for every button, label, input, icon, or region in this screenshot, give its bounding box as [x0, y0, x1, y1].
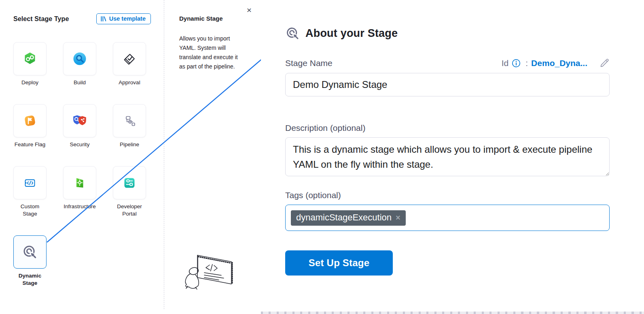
stage-tile-cell: Security [63, 104, 96, 148]
stage-type-grid: DeployBuildApprovalFeature FlagSecurityP… [13, 42, 146, 287]
tags-input[interactable]: dynamicStageExecution× [285, 205, 610, 231]
info-icon[interactable] [512, 59, 521, 68]
stage-tile-dynamic-stage[interactable] [13, 235, 47, 269]
stage-tile-label: Custom Stage [13, 203, 47, 218]
id-label: Id [502, 58, 509, 68]
dynamic-stage-icon [285, 26, 300, 41]
deploy-icon [22, 51, 38, 67]
stage-tile-infrastructure[interactable] [63, 166, 96, 199]
stage-tile-cell: Infrastructure [63, 166, 96, 218]
dynamic-stage-icon [22, 244, 38, 260]
stage-tile-deploy[interactable] [13, 42, 47, 75]
build-icon [72, 51, 88, 67]
stage-tile-cell: Feature Flag [13, 104, 47, 148]
approval-icon [121, 51, 138, 67]
stage-tile-label: Dynamic Stage [13, 272, 47, 287]
select-stage-type-title: Select Stage Type [13, 15, 69, 23]
stage-name-label: Stage Name [285, 58, 333, 68]
stage-tile-label: Deploy [13, 79, 47, 86]
panel-divider [164, 0, 164, 309]
developer-portal-icon [121, 175, 138, 191]
infrastructure-icon [72, 175, 88, 191]
feature-flag-icon [22, 113, 38, 129]
stage-tile-pipeline[interactable] [113, 104, 146, 137]
pipeline-icon [121, 113, 138, 129]
stage-tile-label: Build [63, 79, 96, 86]
template-library-icon [101, 16, 106, 22]
security-icon [72, 113, 88, 129]
use-template-label: Use template [109, 15, 146, 22]
stage-tile-label: Approval [113, 79, 146, 86]
stage-tile-cell: Approval [113, 42, 146, 86]
stage-tile-label: Feature Flag [13, 141, 47, 148]
tags-label: Tags (optional) [285, 190, 593, 200]
info-panel-description: Allows you to import YAML. System will t… [179, 34, 242, 71]
presenter-whiteboard-illustration [183, 251, 238, 299]
stage-tile-cell: Custom Stage [13, 166, 47, 218]
stage-tile-approval[interactable] [113, 42, 146, 75]
stage-tile-cell: Deploy [13, 42, 47, 86]
stage-tile-developer-portal[interactable] [113, 166, 146, 199]
stage-tile-build[interactable] [63, 42, 96, 75]
description-textarea[interactable]: This is a dynamic stage which allows you… [285, 137, 610, 176]
description-label: Description (optional) [285, 123, 593, 133]
stage-tile-cell: Pipeline [113, 104, 146, 148]
stage-tile-cell: Dynamic Stage [13, 235, 47, 287]
set-up-stage-button[interactable]: Set Up Stage [285, 250, 393, 276]
stage-tile-label: Pipeline [113, 141, 146, 148]
close-icon[interactable]: × [244, 5, 254, 15]
tag-chip: dynamicStageExecution× [291, 210, 406, 226]
stage-tile-feature-flag[interactable] [13, 104, 47, 137]
stage-tile-label: Infrastructure [63, 203, 96, 210]
stage-tile-cell: Build [63, 42, 96, 86]
stage-tile-custom-stage[interactable] [13, 166, 47, 199]
about-stage-panel: About your Stage Stage Name Id : Demo_Dy… [261, 0, 644, 311]
pipeline-canvas-edge [261, 312, 644, 314]
left-panel-header: Select Stage Type Use template [13, 13, 151, 24]
tag-chip-text: dynamicStageExecution [296, 212, 392, 223]
stage-id-group: Id : Demo_Dyna... [502, 58, 610, 68]
stage-tile-cell: Developer Portal [113, 166, 146, 218]
about-stage-header: About your Stage [285, 26, 593, 41]
stage-name-input[interactable] [285, 73, 610, 96]
tag-remove-icon[interactable]: × [396, 214, 400, 222]
use-template-button[interactable]: Use template [96, 13, 151, 24]
custom-stage-icon [22, 175, 38, 191]
stage-id-value[interactable]: Demo_Dyna... [531, 58, 587, 68]
stage-tile-security[interactable] [63, 104, 96, 137]
stage-setup-screen: Select Stage Type Use template DeployBui… [0, 0, 644, 314]
edit-id-icon[interactable] [600, 58, 610, 68]
id-separator: : [525, 58, 528, 68]
stage-tile-label: Developer Portal [113, 203, 146, 218]
info-panel-title: Dynamic Stage [179, 15, 223, 22]
about-stage-title: About your Stage [305, 27, 398, 40]
stage-tile-label: Security [63, 141, 96, 148]
